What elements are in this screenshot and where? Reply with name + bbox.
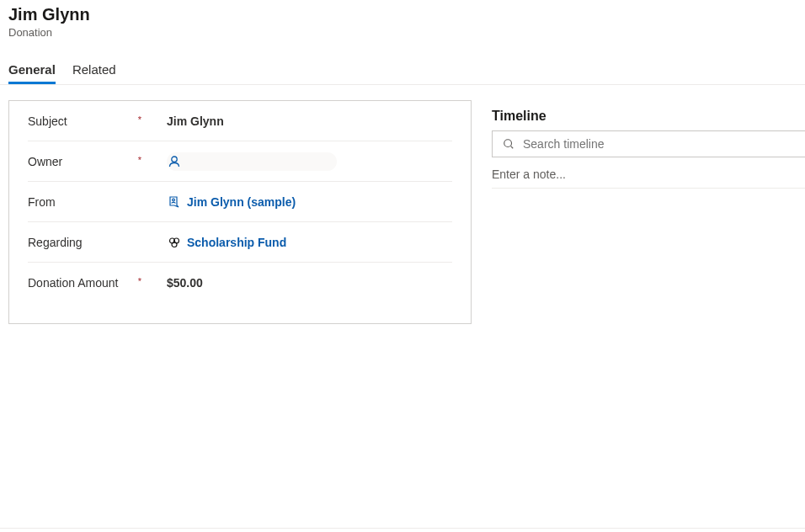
field-subject[interactable]: Subject * Jim Glynn: [28, 101, 452, 141]
field-subject-label: Subject: [28, 114, 67, 128]
field-from-value[interactable]: Jim Glynn (sample): [187, 195, 296, 209]
contact-card-icon: [167, 194, 182, 210]
page-border: [0, 528, 805, 529]
page-title: Jim Glynn: [8, 5, 797, 24]
field-subject-value: Jim Glynn: [167, 114, 224, 128]
field-donation-amount-value: $50.00: [167, 276, 203, 290]
field-owner-label: Owner: [28, 155, 62, 168]
field-from[interactable]: From Jim Glynn (sample): [28, 182, 452, 222]
field-regarding[interactable]: Regarding Scholarship Fund: [28, 222, 452, 263]
timeline-panel: Timeline Enter a note...: [492, 95, 805, 324]
field-donation-amount-label: Donation Amount: [28, 276, 118, 290]
required-icon: *: [138, 276, 141, 286]
field-owner[interactable]: Owner *: [28, 141, 452, 182]
page-subtitle: Donation: [8, 26, 797, 39]
field-donation-amount[interactable]: Donation Amount * $50.00: [28, 263, 452, 303]
timeline-search-input[interactable]: [516, 137, 805, 151]
tab-related[interactable]: Related: [72, 62, 116, 84]
search-icon: [501, 136, 516, 152]
person-icon: [167, 154, 182, 169]
tab-general[interactable]: General: [8, 62, 56, 84]
form-panel: Subject * Jim Glynn Owner *: [8, 100, 472, 324]
timeline-note-input[interactable]: Enter a note...: [492, 157, 805, 189]
timeline-title: Timeline: [492, 109, 805, 124]
svg-point-1: [173, 199, 175, 201]
regarding-icon: [167, 235, 182, 250]
required-icon: *: [138, 155, 141, 165]
required-icon: *: [138, 114, 141, 125]
timeline-search[interactable]: [492, 130, 805, 157]
field-regarding-value[interactable]: Scholarship Fund: [187, 236, 286, 249]
svg-line-6: [511, 146, 514, 149]
field-from-label: From: [28, 195, 56, 209]
svg-point-5: [504, 140, 512, 147]
owner-pill[interactable]: [167, 152, 337, 171]
svg-point-0: [172, 157, 177, 162]
field-regarding-label: Regarding: [28, 236, 83, 249]
